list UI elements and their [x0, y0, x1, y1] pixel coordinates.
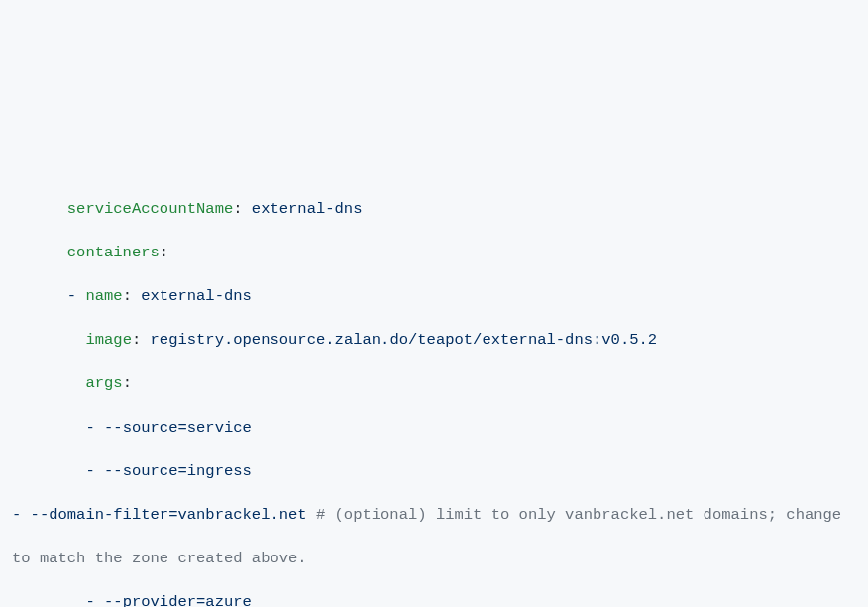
code-line: args: — [12, 361, 868, 405]
yaml-value: --domain-filter=vanbrackel.net — [31, 506, 307, 524]
code-line: containers: — [12, 231, 868, 274]
yaml-key: args — [85, 374, 122, 392]
indent — [12, 244, 67, 261]
code-line: image: registry.opensource.zalan.do/teap… — [12, 318, 868, 361]
dash: - — [12, 506, 31, 524]
yaml-key: image — [85, 331, 132, 349]
dash: - — [85, 593, 104, 607]
indent — [12, 593, 85, 607]
indent — [12, 287, 67, 305]
indent — [12, 462, 85, 480]
yaml-value: registry.opensource.zalan.do/teapot/exte… — [151, 331, 658, 349]
dash: - — [67, 287, 86, 305]
yaml-value: --source=service — [104, 419, 252, 437]
yaml-key: containers — [67, 244, 160, 261]
yaml-value: external-dns — [141, 287, 252, 305]
yaml-value: external-dns — [252, 200, 363, 218]
dash: - — [85, 462, 104, 480]
indent — [12, 419, 85, 437]
colon: : — [160, 244, 168, 261]
dash: - — [85, 419, 104, 437]
yaml-key: name — [85, 287, 122, 305]
code-line: - --domain-filter=vanbrackel.net # (opti… — [12, 493, 868, 580]
colon: : — [123, 374, 132, 392]
code-line: - --source=service — [12, 406, 868, 450]
colon: : — [123, 287, 142, 305]
yaml-value: --source=ingress — [104, 462, 252, 480]
colon: : — [132, 331, 151, 349]
indent — [12, 200, 67, 218]
code-line: serviceAccountName: external-dns — [12, 187, 868, 231]
indent — [12, 374, 85, 392]
indent — [12, 331, 85, 349]
code-line: - --provider=azure — [12, 580, 868, 607]
code-line: - name: external-dns — [12, 274, 868, 318]
yaml-value: --provider=azure — [104, 593, 252, 607]
colon: : — [233, 200, 252, 218]
yaml-key: serviceAccountName — [67, 200, 233, 218]
code-line: - --source=ingress — [12, 450, 868, 493]
